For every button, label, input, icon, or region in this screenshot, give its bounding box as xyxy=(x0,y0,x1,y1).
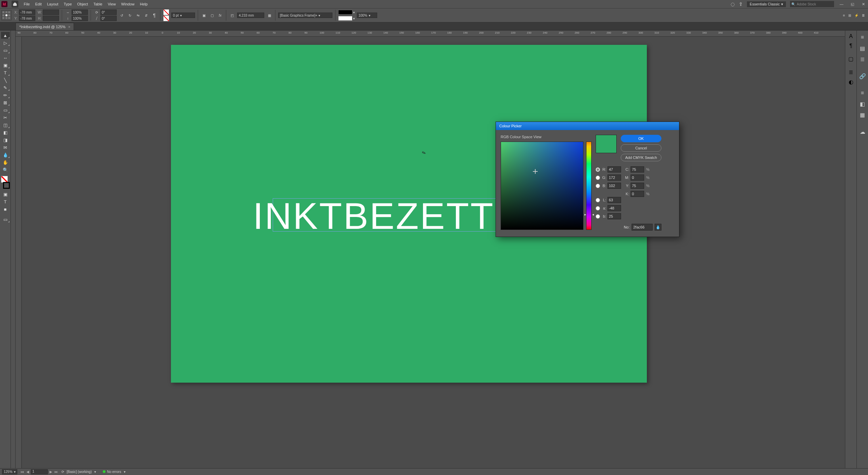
gap-tool[interactable]: ↔ xyxy=(1,54,10,61)
rotate-field[interactable] xyxy=(100,10,117,15)
h-field[interactable] xyxy=(43,16,59,21)
b-radio[interactable] xyxy=(596,184,600,188)
gradient-feather-tool[interactable]: ◨ xyxy=(1,136,10,143)
hex-field[interactable] xyxy=(632,224,653,231)
fill-stroke-proxy[interactable] xyxy=(1,176,10,189)
a-radio[interactable] xyxy=(596,206,600,211)
properties-panel-icon[interactable]: ≡ xyxy=(858,33,867,41)
workspace-switcher[interactable]: Essentials Classic ▾ xyxy=(747,1,786,7)
menu-edit[interactable]: Edit xyxy=(33,2,44,6)
page-tool[interactable]: ▭ xyxy=(1,47,10,54)
flip-v-button[interactable]: ⇵ xyxy=(143,12,149,18)
pathfinder-panel-icon[interactable]: ◐ xyxy=(849,79,853,85)
align-panel-icon[interactable]: ≣ xyxy=(849,69,853,75)
eyedropper-tool[interactable]: 💧 xyxy=(1,151,10,158)
fit-content-button[interactable]: ▣ xyxy=(201,12,207,18)
character-panel-icon[interactable]: A xyxy=(849,33,853,39)
search-input[interactable]: 🔍 Adobe Stock xyxy=(790,1,834,7)
g-field[interactable] xyxy=(607,175,621,181)
fx-button[interactable]: fx xyxy=(217,12,223,18)
l-field[interactable] xyxy=(607,197,621,203)
note-tool[interactable]: ✉ xyxy=(1,144,10,151)
rectangle-frame-tool[interactable]: ⊠ xyxy=(1,99,10,106)
cmyk-y-field[interactable] xyxy=(631,183,644,189)
opacity-field[interactable]: 100%▾ xyxy=(357,13,377,18)
last-page-button[interactable]: ⏭ xyxy=(54,470,59,474)
eyedropper-button[interactable]: 💧 xyxy=(655,224,661,231)
r-field[interactable] xyxy=(607,166,621,172)
menu-help[interactable]: Help xyxy=(137,2,150,6)
apply-color-button[interactable]: ■ xyxy=(1,206,10,213)
align-icon[interactable]: ≡ xyxy=(843,14,845,17)
menu-layout[interactable]: Layout xyxy=(44,2,61,6)
close-icon[interactable]: × xyxy=(68,25,70,29)
layers-panel-icon[interactable]: ≣ xyxy=(858,55,867,63)
free-transform-tool[interactable]: ◫ xyxy=(1,122,10,128)
pen-tool[interactable]: ✎ xyxy=(1,84,10,91)
view-mode-button[interactable]: ▭ xyxy=(1,216,10,223)
cc-libraries-panel-icon[interactable]: ☁ xyxy=(858,128,867,136)
stroke-weight-field[interactable]: 0 pt▾ xyxy=(171,13,195,18)
menu-type[interactable]: Type xyxy=(61,2,75,6)
home-button[interactable] xyxy=(12,1,18,7)
share-icon[interactable]: ⇪ xyxy=(739,1,743,7)
hue-slider[interactable]: ▸◂ xyxy=(586,142,592,230)
panel-menu-icon[interactable]: ≣ xyxy=(862,14,865,17)
links-panel-icon[interactable]: 🔗 xyxy=(858,72,867,80)
menu-file[interactable]: File xyxy=(21,2,33,6)
x-field[interactable] xyxy=(19,10,35,15)
reference-point[interactable] xyxy=(1,10,12,20)
zoom-select[interactable]: 125%▾ xyxy=(2,469,17,474)
shear-field[interactable] xyxy=(100,16,117,21)
preflight-status[interactable]: No errors xyxy=(103,470,121,474)
open-icon[interactable]: ⟳ xyxy=(61,470,64,474)
fill-proxy[interactable] xyxy=(1,176,8,183)
canvas[interactable]: INKTBEZETTING ✎ Colour Picker RGB Colour… xyxy=(22,37,845,468)
paragraph-panel-icon[interactable]: ¶ xyxy=(849,43,852,49)
scale-x-field[interactable] xyxy=(72,10,88,15)
fill-color-bar[interactable] xyxy=(338,16,352,21)
prev-page-button[interactable]: ◀ xyxy=(25,470,30,474)
g-radio[interactable] xyxy=(596,176,600,180)
fill-swatch[interactable] xyxy=(163,9,169,15)
rotate-cw-button[interactable]: ↻ xyxy=(127,12,133,18)
b-field[interactable] xyxy=(607,183,621,189)
pencil-tool[interactable]: ✏ xyxy=(1,92,10,98)
distribute-icon[interactable]: ⊞ xyxy=(848,14,851,17)
fit-frame-button[interactable]: ▢ xyxy=(209,12,215,18)
gradient-swatch-tool[interactable]: ◧ xyxy=(1,129,10,136)
type-tool[interactable]: T xyxy=(1,69,10,76)
bulb-icon[interactable]: ◌ xyxy=(731,1,735,7)
colour-panel-icon[interactable]: ◧ xyxy=(858,100,867,108)
scale-y-field[interactable] xyxy=(72,16,88,21)
y-field[interactable] xyxy=(19,16,35,21)
menu-object[interactable]: Object xyxy=(75,2,91,6)
a-field[interactable] xyxy=(607,205,621,211)
stroke-swatch[interactable] xyxy=(163,15,169,21)
stroke-panel-icon[interactable]: ≡ xyxy=(858,89,867,97)
add-cmyk-swatch-button[interactable]: Add CMYK Swatch xyxy=(621,154,661,161)
direct-selection-tool[interactable]: ▷ xyxy=(1,39,10,46)
stroke-proxy[interactable] xyxy=(3,182,10,189)
formatting-text-button[interactable]: T xyxy=(1,198,10,205)
lab-b-field[interactable] xyxy=(607,213,621,219)
r-radio[interactable] xyxy=(596,167,600,172)
flip-h-button[interactable]: ⇋ xyxy=(135,12,141,18)
window-minimize[interactable]: — xyxy=(838,2,845,6)
c-field[interactable] xyxy=(631,166,644,172)
next-page-button[interactable]: ▶ xyxy=(49,470,53,474)
preflight-profile[interactable]: [Basic] (working) xyxy=(67,470,92,474)
content-collector-tool[interactable]: ▣ xyxy=(1,62,10,69)
object-styles-panel-icon[interactable]: ▢ xyxy=(848,56,853,62)
selection-tool[interactable]: ▲ xyxy=(1,32,10,39)
l-radio[interactable] xyxy=(596,198,600,202)
w-field[interactable] xyxy=(43,10,59,15)
dialog-title-bar[interactable]: Colour Picker xyxy=(496,122,679,130)
formatting-container-button[interactable]: ▣ xyxy=(1,191,10,198)
hand-tool[interactable]: ✋ xyxy=(1,159,10,166)
stroke-color-bar[interactable] xyxy=(338,10,352,15)
rotate-ccw-button[interactable]: ↺ xyxy=(119,12,125,18)
swatches-panel-icon[interactable]: ▦ xyxy=(858,111,867,119)
menu-table[interactable]: Table xyxy=(91,2,105,6)
page-field[interactable]: 1 xyxy=(31,469,48,474)
